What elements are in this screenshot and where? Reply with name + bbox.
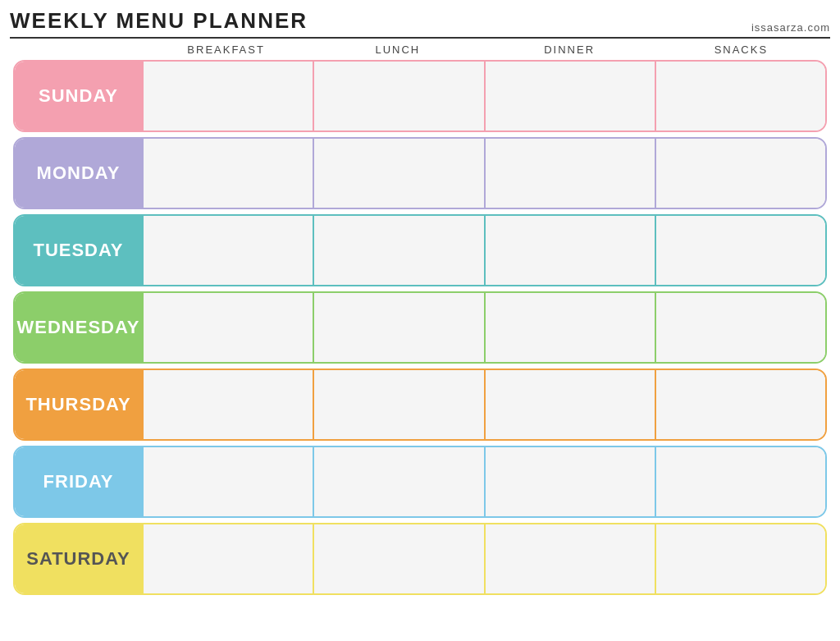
page-header: Weekly Menu Planner issasarza.com xyxy=(10,8,830,39)
sunday-snacks[interactable] xyxy=(655,62,825,130)
tuesday-dinner[interactable] xyxy=(484,216,655,285)
saturday-dinner[interactable] xyxy=(484,524,655,593)
saturday-breakfast[interactable] xyxy=(142,524,313,593)
row-tuesday: Tuesday xyxy=(13,214,827,286)
friday-breakfast[interactable] xyxy=(142,447,313,516)
wednesday-dinner[interactable] xyxy=(484,293,655,362)
col-header-snacks: Snacks xyxy=(655,43,827,56)
col-header-dinner: Dinner xyxy=(484,43,655,56)
label-friday: Friday xyxy=(15,447,142,516)
saturday-snacks[interactable] xyxy=(655,524,825,593)
friday-snacks[interactable] xyxy=(655,447,825,516)
friday-lunch[interactable] xyxy=(313,447,483,516)
sunday-dinner[interactable] xyxy=(484,62,655,130)
thursday-dinner[interactable] xyxy=(484,370,655,439)
col-header-empty xyxy=(13,43,140,56)
column-headers: Breakfast Lunch Dinner Snacks xyxy=(10,43,830,56)
friday-dinner[interactable] xyxy=(484,447,655,516)
row-thursday: Thursday xyxy=(13,369,827,441)
row-monday: Monday xyxy=(13,137,827,209)
tuesday-lunch[interactable] xyxy=(313,216,483,285)
monday-dinner[interactable] xyxy=(484,139,655,208)
wednesday-snacks[interactable] xyxy=(655,293,825,362)
thursday-lunch[interactable] xyxy=(313,370,483,439)
label-thursday: Thursday xyxy=(15,370,142,439)
monday-snacks[interactable] xyxy=(655,139,825,208)
thursday-snacks[interactable] xyxy=(655,370,825,439)
sunday-breakfast[interactable] xyxy=(142,62,313,130)
planner-grid: Sunday Monday Tuesday Wednesday xyxy=(10,60,830,595)
label-saturday: Saturday xyxy=(15,524,142,593)
label-wednesday: Wednesday xyxy=(15,293,142,362)
wednesday-breakfast[interactable] xyxy=(142,293,313,362)
row-sunday: Sunday xyxy=(13,60,827,132)
col-header-lunch: Lunch xyxy=(312,43,483,56)
col-header-breakfast: Breakfast xyxy=(140,43,312,56)
label-monday: Monday xyxy=(15,139,142,208)
sunday-lunch[interactable] xyxy=(313,62,483,130)
tuesday-snacks[interactable] xyxy=(655,216,825,285)
wednesday-lunch[interactable] xyxy=(313,293,483,362)
row-friday: Friday xyxy=(13,446,827,518)
tuesday-breakfast[interactable] xyxy=(142,216,313,285)
website-label: issasarza.com xyxy=(751,21,830,34)
saturday-lunch[interactable] xyxy=(313,524,483,593)
label-tuesday: Tuesday xyxy=(15,216,142,285)
page-container: Weekly Menu Planner issasarza.com Breakf… xyxy=(10,8,830,595)
label-sunday: Sunday xyxy=(15,62,142,130)
row-saturday: Saturday xyxy=(13,523,827,595)
page-title: Weekly Menu Planner xyxy=(10,8,308,34)
monday-breakfast[interactable] xyxy=(142,139,313,208)
monday-lunch[interactable] xyxy=(313,139,483,208)
thursday-breakfast[interactable] xyxy=(142,370,313,439)
row-wednesday: Wednesday xyxy=(13,291,827,364)
